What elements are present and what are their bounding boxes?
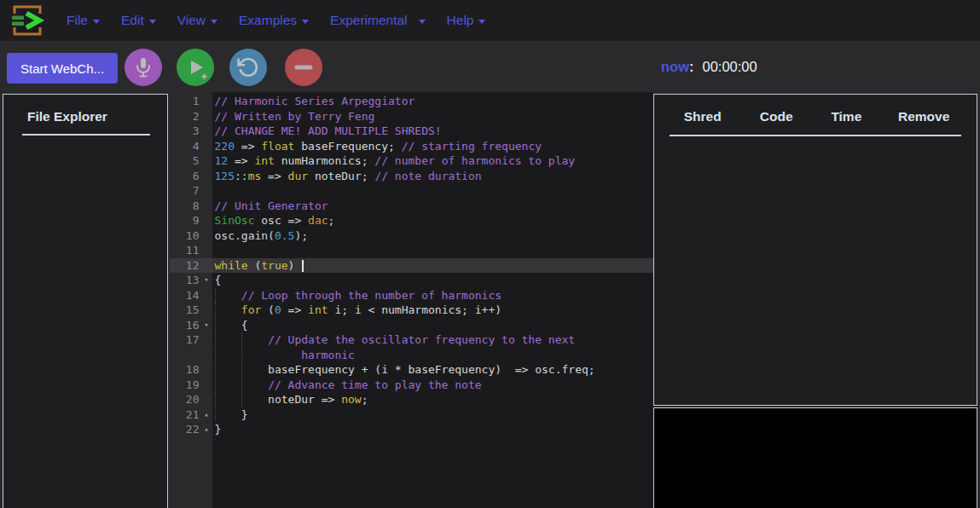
- code-text[interactable]: [212, 243, 653, 258]
- code-text[interactable]: noteDur => now;: [212, 392, 653, 407]
- code-text[interactable]: osc.gain(0.5);: [212, 228, 653, 244]
- menu-examples[interactable]: Examples: [239, 13, 309, 28]
- text-cursor: [302, 260, 304, 272]
- code-text[interactable]: {: [212, 273, 653, 288]
- code-editor[interactable]: 1// Harmonic Series Arpeggiator2// Writt…: [170, 92, 653, 508]
- line-number: 4: [170, 139, 201, 154]
- menu-bar: File Edit View Examples Experimental Hel…: [67, 0, 485, 41]
- code-text[interactable]: // Unit Generator: [212, 199, 653, 214]
- code-text[interactable]: }: [212, 422, 653, 437]
- start-webchuck-button[interactable]: Start WebCh...: [7, 53, 118, 84]
- line-number: 20: [170, 392, 201, 407]
- code-line[interactable]: 21▴ }: [170, 407, 653, 423]
- fold-spacer: [201, 124, 212, 139]
- code-line[interactable]: 1// Harmonic Series Arpeggiator: [170, 94, 653, 109]
- code-line[interactable]: 2// Written by Terry Feng: [170, 109, 653, 124]
- now-value: 00:00:00: [703, 59, 757, 75]
- main-content: File Explorer 1// Harmonic Series Arpegg…: [0, 92, 980, 508]
- code-line[interactable]: 6125::ms => dur noteDur; // note duratio…: [170, 169, 653, 184]
- right-column: Shred Code Time Remove: [653, 92, 978, 508]
- fold-up-icon[interactable]: ▴: [201, 407, 212, 423]
- code-text[interactable]: harmonic: [212, 348, 653, 363]
- code-line[interactable]: 16▾ {: [170, 318, 653, 333]
- fold-spacer: [201, 378, 212, 393]
- gutter-cell: 16▾: [170, 318, 212, 333]
- menu-help[interactable]: Help: [447, 13, 486, 28]
- code-line[interactable]: 14 // Loop through the number of harmoni…: [170, 288, 653, 303]
- code-text[interactable]: }: [212, 407, 653, 423]
- line-number: [170, 348, 201, 363]
- line-number: 15: [170, 303, 201, 318]
- gutter-cell: 8: [170, 199, 212, 214]
- chevron-down-icon: [302, 20, 309, 24]
- file-explorer-panel[interactable]: File Explorer: [3, 94, 168, 508]
- code-line[interactable]: 4220 => float baseFrequency; // starting…: [170, 139, 653, 154]
- code-text[interactable]: SinOsc osc => dac;: [212, 213, 653, 228]
- gutter-cell: 15: [170, 303, 212, 318]
- code-line[interactable]: 3// CHANGE ME! ADD MULTIPLE SHREDS!: [170, 124, 653, 139]
- gutter-cell: 20: [170, 392, 212, 407]
- code-text[interactable]: 125::ms => dur noteDur; // note duration: [212, 169, 653, 184]
- gutter-cell: 1: [170, 94, 212, 109]
- code-line[interactable]: 512 => int numHarmonics; // number of ha…: [170, 153, 653, 169]
- code-text[interactable]: // Loop through the number of harmonics: [212, 288, 653, 303]
- gutter-cell: 18: [170, 362, 212, 378]
- code-line[interactable]: 7: [170, 183, 653, 199]
- play-add-shred-button[interactable]: +: [177, 49, 214, 86]
- fold-up-icon[interactable]: ▴: [201, 422, 212, 437]
- code-line[interactable]: harmonic: [170, 348, 653, 363]
- menu-edit-label: Edit: [121, 13, 144, 28]
- code-text[interactable]: while (true): [212, 258, 653, 274]
- indent-guide: [215, 378, 216, 393]
- code-text[interactable]: {: [212, 318, 653, 333]
- code-line[interactable]: 17 // Update the oscillator frequency to…: [170, 332, 653, 348]
- code-text[interactable]: 220 => float baseFrequency; // starting …: [212, 139, 653, 154]
- code-line[interactable]: 20 noteDur => now;: [170, 392, 653, 407]
- line-number: 8: [170, 199, 201, 214]
- shred-table-panel: Shred Code Time Remove: [653, 94, 978, 406]
- plus-icon: +: [200, 71, 207, 82]
- code-text[interactable]: // Harmonic Series Arpeggiator: [212, 94, 653, 109]
- code-line[interactable]: 18 baseFrequency + (i * baseFrequency) =…: [170, 362, 653, 378]
- code-text[interactable]: baseFrequency + (i * baseFrequency) => o…: [212, 362, 653, 378]
- code-text[interactable]: for (0 => int i; i < numHarmonics; i++): [212, 303, 653, 318]
- chevron-down-icon: [478, 20, 485, 24]
- line-number: 9: [170, 213, 201, 228]
- code-text[interactable]: // Advance time to play the note: [212, 378, 653, 393]
- code-text[interactable]: // CHANGE ME! ADD MULTIPLE SHREDS!: [212, 124, 653, 139]
- gutter-cell: 22▴: [170, 422, 212, 437]
- code-line[interactable]: 11: [170, 243, 653, 258]
- code-line[interactable]: 9SinOsc osc => dac;: [170, 213, 653, 228]
- line-number: 3: [170, 124, 201, 139]
- fold-spacer: [201, 109, 212, 124]
- code-text[interactable]: // Update the oscillator frequency to th…: [212, 332, 653, 348]
- minus-icon: [293, 57, 314, 78]
- code-line[interactable]: 22▴}: [170, 422, 653, 437]
- fold-down-icon[interactable]: ▾: [201, 273, 212, 288]
- code-text[interactable]: 12 => int numHarmonics; // number of har…: [212, 153, 653, 169]
- fold-down-icon[interactable]: ▾: [201, 318, 212, 333]
- code-column-header: Code: [739, 109, 813, 124]
- menu-edit[interactable]: Edit: [121, 13, 156, 28]
- code-line[interactable]: 19 // Advance time to play the note: [170, 378, 653, 393]
- code-line[interactable]: 8// Unit Generator: [170, 199, 653, 214]
- code-line[interactable]: 13▾{: [170, 273, 653, 288]
- fold-spacer: [201, 362, 212, 378]
- indent-guide: [215, 348, 216, 363]
- menu-view[interactable]: View: [177, 13, 217, 28]
- menu-file[interactable]: File: [67, 13, 100, 28]
- code-text[interactable]: // Written by Terry Feng: [212, 109, 653, 124]
- menu-help-label: Help: [447, 13, 474, 28]
- code-text[interactable]: [212, 183, 653, 199]
- indent-guide: [241, 362, 242, 378]
- code-line[interactable]: 12while (true): [170, 258, 653, 274]
- menu-experimental[interactable]: Experimental: [330, 13, 425, 28]
- code-line[interactable]: 15 for (0 => int i; i < numHarmonics; i+…: [170, 303, 653, 318]
- replace-shred-button[interactable]: [229, 49, 267, 86]
- gutter-cell: 5: [170, 153, 212, 169]
- menu-examples-label: Examples: [239, 13, 297, 28]
- microphone-button[interactable]: [125, 49, 162, 86]
- code-line[interactable]: 10osc.gain(0.5);: [170, 228, 653, 244]
- gutter-cell: 12: [170, 258, 212, 274]
- remove-shred-button[interactable]: [285, 49, 322, 86]
